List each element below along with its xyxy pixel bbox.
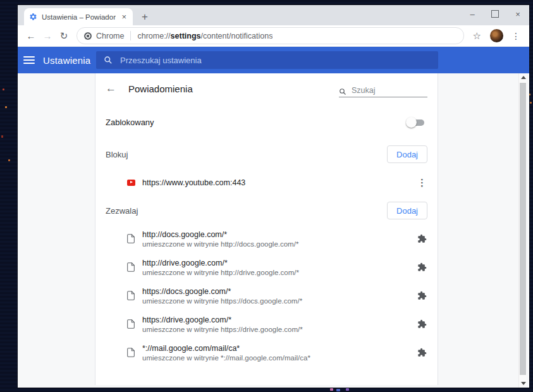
window-controls: – × (461, 5, 529, 23)
extension-puzzle-icon[interactable] (417, 262, 427, 272)
search-icon (339, 88, 346, 95)
reload-button[interactable]: ↻ (56, 30, 72, 42)
allow-section-label: Zezwalaj (106, 206, 138, 216)
url-host: settings (171, 32, 201, 40)
back-button[interactable]: ← (23, 30, 39, 41)
url-text: chrome://settings/content/notifications (137, 32, 273, 40)
maximize-icon (491, 10, 499, 18)
document-icon (127, 262, 136, 272)
minimize-button[interactable]: – (461, 5, 484, 23)
browser-window: Ustawienia – Powiadomienia × + – × ← → ↻… (18, 5, 529, 388)
settings-gear-favicon-icon (29, 13, 37, 21)
wallpaper-speck (5, 106, 7, 108)
extension-puzzle-icon[interactable] (417, 348, 427, 357)
site-url: *://mail.google.com/mail/ca* (142, 344, 310, 353)
document-icon (127, 348, 136, 357)
settings-search-input[interactable] (119, 55, 431, 66)
block-section-header: Blokuj Dodaj (95, 140, 438, 168)
search-icon (104, 56, 113, 64)
scrollbar-up-icon[interactable] (521, 76, 526, 79)
site-url: http://drive.google.com/* (142, 259, 299, 267)
scrollbar-down-icon[interactable] (521, 382, 526, 385)
back-arrow-icon[interactable]: ← (106, 82, 116, 95)
youtube-favicon-icon (127, 180, 136, 186)
extension-puzzle-icon[interactable] (417, 291, 427, 300)
wallpaper-speck (330, 388, 333, 391)
tab-title: Ustawienia – Powiadomienia (42, 13, 116, 21)
wallpaper-speck (346, 388, 349, 391)
url-scheme: chrome:// (137, 32, 170, 40)
settings-search-box[interactable] (96, 51, 438, 69)
wallpaper-speck (8, 159, 10, 161)
address-bar[interactable]: Chrome chrome://settings/content/notific… (77, 27, 464, 44)
site-url: http://docs.google.com/* (142, 230, 298, 239)
block-add-button[interactable]: Dodaj (387, 145, 427, 163)
browser-toolbar: ← → ↻ Chrome chrome://settings/content/n… (18, 25, 529, 47)
blocked-site-row: https://www.youtube.com:443 ⋮ (95, 168, 438, 197)
close-window-button[interactable]: × (506, 5, 529, 23)
wallpaper-speck (1, 135, 3, 138)
site-detail: umieszczone w witrynie http://docs.googl… (142, 240, 298, 248)
scrollbar-thumb[interactable] (520, 83, 526, 375)
url-path: /content/notifications (201, 32, 273, 40)
allowed-site-row: http://drive.google.com/* umieszczone w … (95, 253, 438, 281)
maximize-button[interactable] (484, 5, 506, 23)
profile-avatar[interactable] (490, 29, 503, 42)
wallpaper-speck (530, 102, 532, 104)
blocked-toggle-label: Zablokowany (106, 118, 154, 127)
menu-hamburger-icon[interactable] (23, 56, 35, 64)
extension-puzzle-icon[interactable] (417, 234, 427, 243)
page-search-field[interactable] (339, 80, 427, 97)
wallpaper-speck (3, 89, 4, 90)
settings-title: Ustawienia (43, 55, 90, 66)
extension-puzzle-icon[interactable] (417, 319, 427, 329)
site-url: https://drive.google.com/* (142, 315, 303, 324)
allowed-site-row: http://docs.google.com/* umieszczone w w… (95, 224, 438, 253)
blocked-toggle-row: Zablokowany (95, 104, 438, 140)
site-url: https://www.youtube.com:443 (142, 178, 245, 187)
forward-button[interactable]: → (39, 30, 56, 41)
allowed-site-row: https://docs.google.com/* umieszczone w … (95, 281, 438, 310)
site-url: https://docs.google.com/* (142, 287, 302, 296)
browser-menu-icon[interactable]: ⋮ (508, 31, 524, 41)
block-section-label: Blokuj (106, 150, 128, 159)
url-engine-label: Chrome (96, 32, 124, 40)
document-icon (127, 291, 136, 300)
new-tab-button[interactable]: + (142, 11, 148, 22)
document-icon (127, 319, 136, 329)
site-detail: umieszczone w witrynie *://mail.google.c… (142, 354, 310, 362)
page-title: Powiadomienia (128, 83, 339, 94)
allow-add-button[interactable]: Dodaj (387, 202, 427, 219)
row-more-menu-icon[interactable]: ⋮ (417, 177, 427, 188)
site-detail: umieszczone w witrynie http://drive.goog… (142, 269, 299, 276)
allowed-site-row: https://drive.google.com/* umieszczone w… (95, 310, 438, 338)
document-icon (127, 234, 136, 243)
settings-header: Ustawienia (18, 47, 529, 73)
tab-strip: Ustawienia – Powiadomienia × + – × (18, 5, 529, 25)
toggle-knob (406, 117, 417, 128)
blocked-toggle-switch[interactable] (406, 117, 426, 128)
allowed-site-row: *://mail.google.com/mail/ca* umieszczone… (95, 338, 438, 367)
allow-section-header: Zezwalaj Dodaj (95, 197, 438, 224)
page-scrollbar[interactable] (518, 73, 527, 388)
bookmark-star-icon[interactable]: ☆ (469, 30, 486, 42)
wallpaper-speck (336, 389, 340, 391)
notifications-card: ← Powiadomienia Zablokowany Blokuj (95, 73, 438, 385)
url-separator (130, 31, 131, 40)
page-search-input[interactable] (350, 85, 427, 95)
site-detail: umieszczone w witrynie https://docs.goog… (142, 297, 302, 305)
page-header: ← Powiadomienia (95, 73, 438, 104)
tab-settings[interactable]: Ustawienia – Powiadomienia × (24, 8, 133, 25)
settings-content: ← Powiadomienia Zablokowany Blokuj (18, 73, 529, 388)
chrome-logo-icon (84, 32, 92, 40)
site-detail: umieszczone w witrynie https://drive.goo… (142, 326, 303, 333)
tab-close-icon[interactable]: × (120, 13, 128, 21)
